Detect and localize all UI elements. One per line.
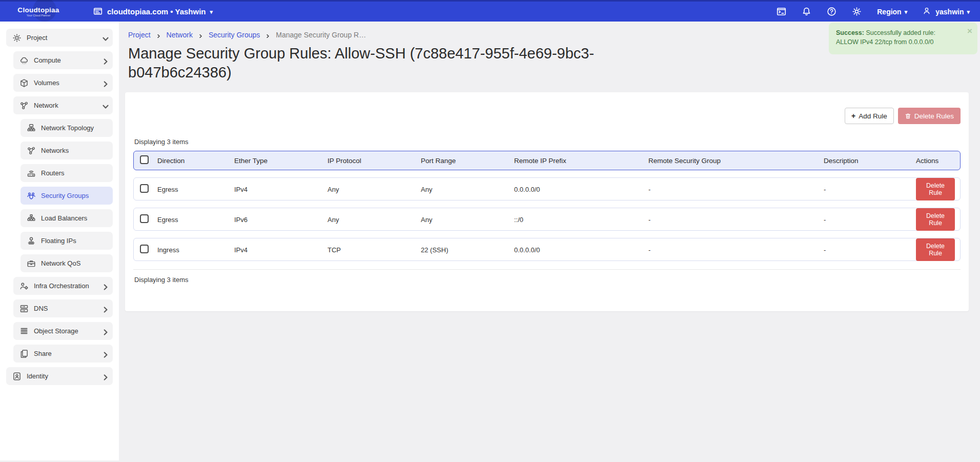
chevron-down-icon: ▾ [905,9,908,15]
gear-icon[interactable] [852,7,862,16]
chevron-right-icon [265,32,271,38]
cell-remote-ip-prefix: 0.0.0.0/0 [514,246,648,254]
chevron-down-icon: ▾ [210,9,213,15]
help-icon[interactable] [827,7,836,16]
sidebar-item-floating-ips[interactable]: Floating IPs [21,232,113,250]
breadcrumb-link-project[interactable]: Project [128,31,151,39]
select-all-checkbox[interactable] [140,155,149,164]
cell-direction: Egress [157,216,234,224]
brand-tagline: Your Cloud Partner [0,14,77,17]
top-navbar: Cloudtopiaa Your Cloud Partner cloudtopi… [0,0,980,22]
cell-ether-type: IPv4 [234,186,328,193]
sidebar-item-identity[interactable]: Identity [6,367,113,385]
sidebar-item-label: Infra Orchestration [34,282,89,290]
column-header-actions: Actions [916,157,960,165]
region-dropdown[interactable]: Region ▾ [877,8,907,16]
table-toolbar: + Add Rule Delete Rules [133,92,961,124]
column-header-port-range: Port Range [421,157,514,165]
cell-ip-protocol: TCP [328,246,421,254]
toast-line2: ALLOW IPv4 22/tcp from 0.0.0.0/0 [836,38,933,46]
security-group-icon [27,191,36,200]
close-icon[interactable]: × [967,27,972,35]
sidebar-item-label: Network [34,102,58,109]
sidebar-item-label: Routers [41,169,65,177]
delete-rule-button[interactable]: Delete Rule [916,208,955,231]
sidebar-item-label: Object Storage [34,327,78,335]
delete-rule-button[interactable]: Delete Rule [916,178,955,200]
sidebar-item-load-balancers[interactable]: Load Balancers [21,209,113,227]
breadcrumb-current: Manage Security Group R… [276,31,366,39]
sidebar-item-object-storage[interactable]: Object Storage [13,322,113,340]
chevron-right-icon [101,350,108,357]
brand-logo[interactable]: Cloudtopiaa Your Cloud Partner [0,6,77,17]
load-balancer-icon [27,214,36,223]
sidebar-item-label: DNS [34,305,48,312]
bell-icon[interactable] [802,7,811,16]
sidebar-item-security-groups[interactable]: Security Groups [21,187,113,205]
window-icon [93,7,103,16]
rules-panel: + Add Rule Delete Rules Displaying 3 ite… [125,92,969,311]
cell-port-range: 22 (SSH) [421,246,514,254]
brand-name: Cloudtopiaa [0,6,77,14]
breadcrumb-link-security-groups[interactable]: Security Groups [209,31,260,39]
cell-remote-security-group: - [648,216,824,224]
delete-rules-button[interactable]: Delete Rules [898,108,961,124]
sidebar-item-network[interactable]: Network [13,96,113,114]
delete-rules-label: Delete Rules [914,112,954,120]
chevron-down-icon [101,34,108,41]
sidebar-item-label: Compute [34,56,61,64]
sidebar-item-label: Network QoS [41,259,80,267]
cell-description: - [824,246,916,254]
terminal-icon[interactable] [777,7,786,16]
chevron-right-icon [101,328,108,334]
breadcrumb-link-network[interactable]: Network [167,31,193,39]
server-stack-icon [19,304,29,313]
user-menu[interactable]: yashwin ▾ [923,7,970,16]
cell-remote-ip-prefix: ::/0 [514,216,648,224]
sidebar-item-share[interactable]: Share [13,345,113,363]
row-checkbox[interactable] [140,184,149,193]
cloud-icon [19,56,29,65]
column-header-remote-security-group: Remote Security Group [648,157,824,165]
id-card-icon [12,372,22,381]
sidebar-item-dns[interactable]: DNS [13,299,113,317]
chevron-right-icon [101,283,108,289]
user-name: yashwin [935,8,964,16]
column-header-ether-type: Ether Type [234,157,328,165]
add-rule-button[interactable]: + Add Rule [845,108,894,124]
sidebar-item-compute[interactable]: Compute [13,51,113,69]
table-row: Ingress IPv4 TCP 22 (SSH) 0.0.0.0/0 - - … [133,238,961,261]
cell-ip-protocol: Any [328,186,421,193]
floating-ip-icon [27,236,36,246]
cell-description: - [824,216,916,224]
table-row: Egress IPv4 Any Any 0.0.0.0/0 - - Delete… [133,177,961,200]
row-checkbox[interactable] [140,245,149,253]
sidebar-item-network-qos[interactable]: Network QoS [21,254,113,272]
sidebar: Project Compute Volumes Network Network … [0,22,119,460]
main-content: × Success: Successfully added rule: ALLO… [119,22,980,460]
cell-ip-protocol: Any [328,216,421,224]
person-gear-icon [19,282,29,291]
toast-line1: Successfully added rule: [866,29,935,36]
sidebar-item-networks[interactable]: Networks [21,142,113,159]
column-header-description: Description [824,157,916,165]
sidebar-item-routers[interactable]: Routers [21,164,113,182]
sidebar-item-network-topology[interactable]: Network Topology [21,119,113,137]
network-nodes-icon [19,101,29,110]
sidebar-item-label: Floating IPs [41,237,76,245]
chevron-right-icon [101,79,108,86]
router-icon [27,169,36,178]
chevron-down-icon [101,102,108,109]
sidebar-item-label: Project [27,34,47,42]
domain-project-switcher[interactable]: cloudtopiaa.com • Yashwin ▾ [93,7,213,16]
sidebar-item-infra-orchestration[interactable]: Infra Orchestration [13,277,113,295]
cell-remote-ip-prefix: 0.0.0.0/0 [514,186,648,193]
cell-ether-type: IPv4 [234,246,328,254]
list-stack-icon [19,327,29,336]
chevron-right-icon [156,32,161,38]
sidebar-item-label: Share [34,350,52,357]
sidebar-item-project[interactable]: Project [6,29,113,47]
delete-rule-button[interactable]: Delete Rule [916,238,955,261]
row-checkbox[interactable] [140,214,149,223]
sidebar-item-volumes[interactable]: Volumes [13,74,113,92]
